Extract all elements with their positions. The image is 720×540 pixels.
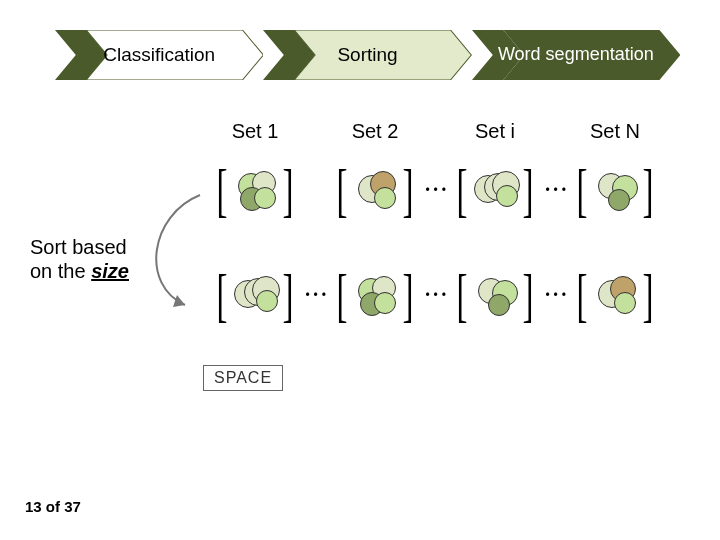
circle-cluster-icon <box>230 270 280 320</box>
bracket-right-icon: ] <box>282 175 293 205</box>
circle-cluster-icon <box>470 165 520 215</box>
nav-label: Sorting <box>337 45 397 66</box>
nav-word-segmentation: Word segmentation <box>472 30 680 80</box>
bracket-right-icon: ] <box>642 280 653 310</box>
nav-label: Classification <box>103 45 215 66</box>
set-label: Set N <box>560 120 670 143</box>
bracket-left-icon: [ <box>457 280 468 310</box>
bracket-left-icon: [ <box>337 175 348 205</box>
bracket-right-icon: ] <box>402 175 413 205</box>
cluster-cell: []••• <box>320 165 430 215</box>
cluster-cell: []••• <box>440 165 550 215</box>
bracket-left-icon: [ <box>337 280 348 310</box>
page-number: 13 of 37 <box>25 498 81 515</box>
clusters-row-2: []•••[]•••[]•••[] <box>200 270 670 320</box>
set-label: Set 2 <box>320 120 430 143</box>
cluster-cell: [] <box>560 270 670 320</box>
circle-cluster-icon <box>590 165 640 215</box>
cluster-cell: []••• <box>320 270 430 320</box>
sort-label: Sort based on the size <box>30 235 129 283</box>
clusters-row-1: [][]•••[]•••[] <box>200 165 670 215</box>
circle-cluster-icon <box>230 165 280 215</box>
set-label: Set i <box>440 120 550 143</box>
set-labels-row: Set 1 Set 2 Set i Set N <box>200 120 670 143</box>
bracket-left-icon: [ <box>577 280 588 310</box>
cluster-cell: [] <box>560 165 670 215</box>
nav-label: Word segmentation <box>498 45 654 65</box>
bracket-right-icon: ] <box>642 175 653 205</box>
circle-cluster-icon <box>350 270 400 320</box>
svg-marker-6 <box>173 295 185 307</box>
circle-cluster-icon <box>590 270 640 320</box>
bracket-right-icon: ] <box>522 280 533 310</box>
nav-classification: Classification <box>55 30 263 80</box>
space-box: SPACE <box>203 365 283 391</box>
bracket-left-icon: [ <box>457 175 468 205</box>
sort-label-emph: size <box>91 260 129 282</box>
bracket-left-icon: [ <box>217 280 228 310</box>
bracket-left-icon: [ <box>217 175 228 205</box>
circle-cluster-icon <box>470 270 520 320</box>
cluster-cell: [] <box>200 165 310 215</box>
bracket-right-icon: ] <box>402 280 413 310</box>
set-label: Set 1 <box>200 120 310 143</box>
circle-cluster-icon <box>350 165 400 215</box>
cluster-cell: []••• <box>200 270 310 320</box>
bracket-right-icon: ] <box>282 280 293 310</box>
nav-sorting: Sorting <box>263 30 471 80</box>
nav-chevrons: Classification Sorting Word segmentation <box>55 30 680 80</box>
bracket-left-icon: [ <box>577 175 588 205</box>
bracket-right-icon: ] <box>522 175 533 205</box>
cluster-cell: []••• <box>440 270 550 320</box>
